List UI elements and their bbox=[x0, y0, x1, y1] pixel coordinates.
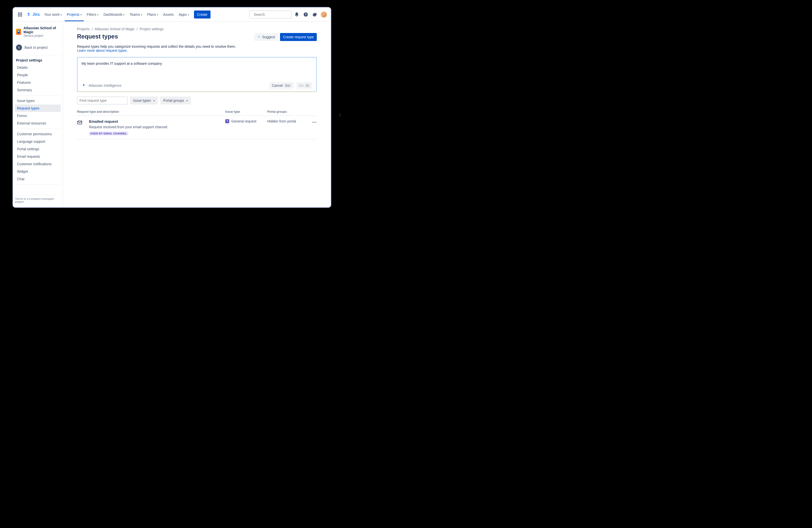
ai-cancel-button[interactable]: Cancel Esc bbox=[269, 82, 294, 89]
project-type: Service project bbox=[24, 34, 60, 38]
nav-teams[interactable]: Teams▾ bbox=[128, 8, 144, 21]
find-request-type[interactable] bbox=[77, 97, 128, 104]
col-request-type: Request type and description bbox=[77, 110, 223, 114]
svg-point-18 bbox=[315, 122, 316, 122]
chevron-down-icon: ▾ bbox=[188, 14, 189, 16]
sidebar-item-customer-notifications[interactable]: Customer notifications bbox=[15, 160, 61, 168]
nav-dashboards[interactable]: Dashboards▾ bbox=[102, 8, 127, 21]
search-input[interactable] bbox=[254, 13, 298, 16]
nav-your-work[interactable]: Your work▾ bbox=[42, 8, 64, 21]
request-types-table: Request type and description Issue type … bbox=[77, 110, 317, 139]
more-icon bbox=[312, 120, 317, 125]
sidebar-item-widget[interactable]: Widget bbox=[15, 168, 61, 175]
sidebar-item-features[interactable]: Features bbox=[15, 79, 61, 86]
ai-sparkle-icon bbox=[257, 35, 261, 39]
notifications-icon[interactable] bbox=[293, 11, 301, 18]
create-button[interactable]: Create bbox=[194, 11, 211, 18]
table-row[interactable]: Emailed request Request received from yo… bbox=[77, 116, 317, 139]
project-header[interactable]: Atlassian School of Magic Service projec… bbox=[15, 26, 61, 41]
row-description: Request received from your email support… bbox=[89, 125, 223, 129]
svg-rect-3 bbox=[18, 14, 19, 15]
app-switcher-icon[interactable] bbox=[16, 11, 24, 18]
ai-brand-label: Atlassian Intelligence bbox=[88, 84, 121, 88]
learn-more-link[interactable]: Learn more about request types. bbox=[77, 48, 128, 53]
sidebar-item-customer-permissions[interactable]: Customer permissions bbox=[15, 130, 61, 138]
chevron-down-icon: ▾ bbox=[123, 14, 125, 16]
row-title: Emailed request bbox=[89, 119, 223, 123]
help-icon[interactable]: ? bbox=[302, 11, 310, 18]
sidebar-item-email-requests[interactable]: Email requests bbox=[15, 153, 61, 160]
window-resize-handle[interactable] bbox=[339, 111, 341, 119]
svg-rect-4 bbox=[19, 14, 20, 15]
svg-rect-8 bbox=[21, 15, 22, 16]
nav-plans[interactable]: Plans▾ bbox=[145, 8, 160, 21]
svg-rect-7 bbox=[19, 15, 20, 16]
find-input[interactable] bbox=[79, 99, 123, 103]
svg-point-16 bbox=[313, 122, 313, 122]
svg-rect-2 bbox=[21, 13, 22, 14]
row-portal-group: Hidden from portal bbox=[267, 119, 305, 123]
page-title: Request types bbox=[77, 33, 118, 40]
settings-heading: Project settings bbox=[15, 55, 61, 64]
ai-sparkle-icon bbox=[82, 83, 86, 88]
svg-text:?: ? bbox=[305, 13, 306, 16]
issue-type-icon: ? bbox=[225, 119, 229, 123]
row-issue-type: General request bbox=[231, 119, 256, 123]
svg-rect-6 bbox=[18, 15, 19, 16]
sidebar-footer: You're in a company-managed project bbox=[15, 195, 61, 205]
breadcrumb-projects[interactable]: Projects bbox=[77, 27, 90, 31]
svg-rect-1 bbox=[19, 13, 20, 14]
project-avatar-icon bbox=[16, 29, 21, 35]
svg-rect-0 bbox=[18, 13, 19, 14]
page-description: Request types help you categorize incomi… bbox=[77, 44, 317, 53]
project-sidebar: Atlassian School of Magic Service projec… bbox=[13, 21, 63, 207]
breadcrumb-project[interactable]: Atlassian School of Magic bbox=[95, 27, 134, 31]
row-lozenge: USED BY EMAIL CHANNEL bbox=[89, 132, 128, 135]
nav-filters[interactable]: Filters▾ bbox=[85, 8, 101, 21]
row-more-actions[interactable] bbox=[307, 119, 317, 125]
sidebar-item-summary[interactable]: Summary bbox=[15, 86, 61, 94]
sidebar-item-people[interactable]: People bbox=[15, 71, 61, 79]
kbd-enter: ↵ bbox=[305, 84, 310, 88]
project-name: Atlassian School of Magic bbox=[24, 26, 60, 34]
sidebar-item-details[interactable]: Details bbox=[15, 64, 61, 71]
ai-input[interactable]: My team provides IT support at a softwar… bbox=[82, 61, 312, 79]
back-to-project[interactable]: Back to project bbox=[15, 42, 61, 53]
issue-types-filter[interactable]: Issue types ▾ bbox=[130, 97, 158, 104]
nav-apps[interactable]: Apps▾ bbox=[177, 8, 191, 21]
col-issue-type: Issue type bbox=[225, 110, 265, 114]
svg-point-17 bbox=[314, 122, 315, 122]
chevron-down-icon: ▾ bbox=[154, 99, 155, 102]
chevron-down-icon: ▾ bbox=[187, 99, 188, 102]
sidebar-item-forms[interactable]: Forms bbox=[15, 112, 61, 119]
logo-text: Jira bbox=[32, 12, 40, 17]
sidebar-item-request-types[interactable]: Request types bbox=[15, 104, 61, 112]
ai-suggest-box: My team provides IT support at a softwar… bbox=[77, 57, 317, 92]
chevron-down-icon: ▾ bbox=[97, 14, 99, 16]
chevron-down-icon: ▾ bbox=[157, 14, 158, 16]
settings-icon[interactable] bbox=[311, 11, 319, 18]
chevron-down-icon: ▾ bbox=[81, 14, 82, 16]
create-request-type-button[interactable]: Create request type bbox=[280, 33, 317, 41]
global-search[interactable] bbox=[249, 11, 292, 18]
sidebar-item-language-support[interactable]: Language support bbox=[15, 138, 61, 145]
sidebar-item-chat[interactable]: Chat bbox=[15, 175, 61, 183]
portal-groups-filter[interactable]: Portal groups ▾ bbox=[160, 97, 191, 104]
svg-rect-5 bbox=[21, 14, 22, 15]
main-content: Projects / Atlassian School of Magic / P… bbox=[63, 21, 331, 207]
col-portal-groups: Portal groups bbox=[267, 110, 305, 114]
suggest-button[interactable]: Suggest bbox=[254, 33, 278, 41]
user-avatar[interactable] bbox=[320, 11, 328, 18]
breadcrumbs: Projects / Atlassian School of Magic / P… bbox=[77, 27, 317, 31]
nav-assets[interactable]: Assets bbox=[161, 8, 176, 21]
breadcrumb-settings[interactable]: Project settings bbox=[140, 27, 164, 31]
chevron-down-icon: ▾ bbox=[141, 14, 142, 16]
sidebar-item-external-resources[interactable]: External resources bbox=[15, 119, 61, 127]
filters-row: Issue types ▾ Portal groups ▾ bbox=[77, 97, 317, 104]
sidebar-item-issue-types[interactable]: Issue types bbox=[15, 97, 61, 104]
kbd-esc: Esc bbox=[284, 84, 291, 87]
ai-go-button[interactable]: Go ↵ bbox=[296, 82, 312, 89]
jira-logo[interactable]: Jira bbox=[25, 12, 41, 17]
nav-projects[interactable]: Projects▾ bbox=[65, 8, 84, 21]
sidebar-item-portal-settings[interactable]: Portal settings bbox=[15, 145, 61, 153]
